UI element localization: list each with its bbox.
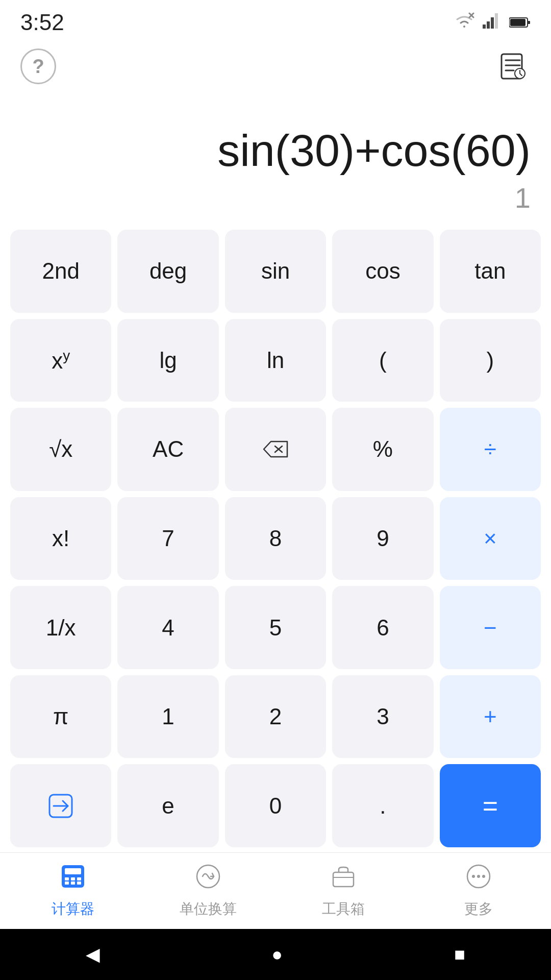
collapse-icon — [47, 793, 74, 819]
key-7[interactable]: 7 — [117, 497, 218, 580]
history-icon — [498, 52, 527, 81]
bottom-nav: 计算器单位换算工具箱更多 — [0, 852, 551, 929]
key-close-paren[interactable]: ) — [440, 319, 541, 402]
svg-rect-20 — [65, 877, 69, 880]
svg-point-32 — [482, 875, 485, 878]
key-equals[interactable]: = — [440, 764, 541, 847]
key-deg[interactable]: deg — [117, 230, 218, 313]
key-row-5: π123+ — [10, 675, 541, 758]
key-row-0: 2nddegsincostan — [10, 230, 541, 313]
nav-item-3[interactable]: 更多 — [411, 858, 546, 924]
expression-display: sin(30)+cos(60) — [217, 125, 531, 176]
svg-rect-8 — [510, 19, 525, 26]
key-decimal[interactable]: . — [332, 764, 433, 847]
battery-icon — [509, 12, 531, 33]
svg-rect-19 — [65, 868, 81, 874]
result-display: 1 — [515, 181, 531, 214]
key-open-paren[interactable]: ( — [332, 319, 433, 402]
key-8[interactable]: 8 — [225, 497, 326, 580]
key-power[interactable]: xy — [10, 319, 111, 402]
key-ln[interactable]: ln — [225, 319, 326, 402]
nav-icon-0 — [60, 863, 86, 895]
key-2nd[interactable]: 2nd — [10, 230, 111, 313]
wifi-icon — [454, 12, 474, 33]
help-button[interactable]: ? — [20, 48, 56, 84]
keypad: 2nddegsincostanxylgln()√xAC %÷x!789×1/x4… — [0, 219, 551, 852]
key-row-2: √xAC %÷ — [10, 408, 541, 491]
key-tan[interactable]: tan — [440, 230, 541, 313]
key-4[interactable]: 4 — [117, 586, 218, 669]
svg-rect-7 — [528, 21, 530, 24]
key-add[interactable]: + — [440, 675, 541, 758]
svg-rect-24 — [71, 881, 75, 885]
key-lg[interactable]: lg — [117, 319, 218, 402]
key-percent[interactable]: % — [332, 408, 433, 491]
key-backspace[interactable] — [225, 408, 326, 491]
status-bar: 3:52 — [0, 0, 551, 41]
svg-rect-22 — [77, 877, 81, 880]
key-clear[interactable]: AC — [117, 408, 218, 491]
help-icon: ? — [32, 56, 44, 78]
status-time: 3:52 — [20, 10, 64, 35]
history-button[interactable] — [495, 48, 531, 84]
key-5[interactable]: 5 — [225, 586, 326, 669]
nav-item-0[interactable]: 计算器 — [5, 858, 140, 924]
signal-icon — [483, 12, 501, 33]
svg-rect-23 — [65, 881, 69, 885]
nav-item-1[interactable]: 单位换算 — [140, 858, 276, 924]
svg-rect-21 — [71, 877, 75, 880]
key-sqrt[interactable]: √x — [10, 408, 111, 491]
key-euler[interactable]: e — [117, 764, 218, 847]
key-divide[interactable]: ÷ — [440, 408, 541, 491]
svg-rect-27 — [333, 872, 354, 887]
key-6[interactable]: 6 — [332, 586, 433, 669]
status-icons — [454, 12, 531, 33]
nav-icon-2 — [330, 863, 357, 895]
system-nav-bar: ◀ ● ■ — [0, 929, 551, 980]
nav-label-1: 单位换算 — [180, 899, 237, 919]
key-multiply[interactable]: × — [440, 497, 541, 580]
nav-label-3: 更多 — [464, 899, 493, 919]
back-button[interactable]: ◀ — [86, 944, 100, 965]
nav-icon-3 — [465, 863, 492, 895]
key-reciprocal[interactable]: 1/x — [10, 586, 111, 669]
home-button[interactable]: ● — [271, 944, 283, 965]
key-row-3: x!789× — [10, 497, 541, 580]
nav-icon-1 — [195, 863, 221, 895]
display-area: sin(30)+cos(60) 1 — [0, 87, 551, 219]
nav-label-2: 工具箱 — [322, 899, 365, 919]
key-sin[interactable]: sin — [225, 230, 326, 313]
backspace-icon — [262, 439, 289, 459]
recents-button[interactable]: ■ — [454, 944, 465, 965]
key-0[interactable]: 0 — [225, 764, 326, 847]
svg-point-31 — [477, 875, 480, 878]
key-collapse[interactable] — [10, 764, 111, 847]
key-1[interactable]: 1 — [117, 675, 218, 758]
svg-point-30 — [472, 875, 475, 878]
nav-item-2[interactable]: 工具箱 — [276, 858, 411, 924]
key-cos[interactable]: cos — [332, 230, 433, 313]
toolbar: ? — [0, 41, 551, 87]
svg-rect-3 — [487, 21, 490, 29]
key-subtract[interactable]: − — [440, 586, 541, 669]
nav-label-0: 计算器 — [52, 899, 94, 919]
key-row-4: 1/x456− — [10, 586, 541, 669]
svg-rect-4 — [491, 17, 494, 29]
key-2[interactable]: 2 — [225, 675, 326, 758]
key-9[interactable]: 9 — [332, 497, 433, 580]
key-3[interactable]: 3 — [332, 675, 433, 758]
svg-rect-25 — [77, 881, 81, 885]
key-pi[interactable]: π — [10, 675, 111, 758]
key-row-6: e0.= — [10, 764, 541, 847]
svg-rect-2 — [483, 24, 486, 29]
key-factorial[interactable]: x! — [10, 497, 111, 580]
key-row-1: xylgln() — [10, 319, 541, 402]
svg-rect-5 — [495, 13, 498, 29]
